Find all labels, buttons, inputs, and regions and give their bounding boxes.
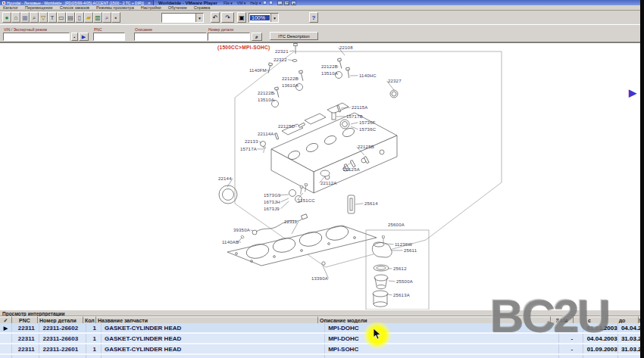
part-label[interactable]: 22125B	[358, 145, 374, 149]
menu-item[interactable]: Настройки	[141, 5, 161, 10]
part-label[interactable]: 15717B	[346, 114, 363, 119]
undo-button[interactable]: ↶	[211, 12, 220, 23]
column-header[interactable]: ✓	[0, 316, 12, 323]
row-selector[interactable]	[0, 334, 12, 343]
menu-item[interactable]: Перемещение	[25, 5, 53, 10]
chevron-down-icon[interactable]: ▼	[195, 14, 203, 22]
GASKET-CYLINDER HEAD[interactable]: 22311 22311-22601 1 GASKET-CYLINDER HEAD…	[0, 355, 644, 358]
part-label[interactable]: 1673J9	[264, 207, 280, 211]
part-label[interactable]: 13610A	[282, 83, 299, 88]
column-header[interactable]: Кол	[83, 316, 96, 323]
description-input[interactable]	[134, 33, 207, 41]
part-label[interactable]: 25614	[364, 201, 378, 206]
qty-cell: 1	[89, 323, 102, 332]
part-label[interactable]: 1673JH	[264, 200, 280, 204]
part-label[interactable]: 22122B	[282, 76, 299, 81]
column-header[interactable]: PNC	[12, 316, 38, 323]
zoom-combobox[interactable]: 100% ▼	[249, 13, 279, 23]
book-button[interactable]: ▥	[93, 12, 102, 23]
column-header[interactable]: Номер детали	[38, 316, 83, 323]
print-button[interactable]: ▤	[66, 12, 75, 23]
part-label[interactable]: 15736F	[359, 120, 376, 125]
part-label[interactable]: 22327	[388, 79, 402, 83]
text-mode-button[interactable]: T	[48, 12, 57, 23]
doc-search-button[interactable]: ⌕	[102, 12, 111, 23]
part-label[interactable]: 13510A	[258, 98, 274, 102]
zoom-search-button[interactable]: ⌕	[30, 12, 39, 23]
vmware-menu-item[interactable]: File ▾	[224, 1, 233, 5]
help-button[interactable]: ?	[309, 12, 318, 23]
part-label[interactable]: 1140HC	[359, 73, 377, 78]
vmware-menu-item[interactable]: VM ▾	[237, 1, 245, 5]
part-label[interactable]: 22125A	[343, 167, 360, 172]
part-label[interactable]: 39350A	[233, 228, 250, 232]
part-label[interactable]: 25613A	[393, 293, 410, 297]
menu-item[interactable]: Режимы просмотра	[96, 5, 134, 10]
red-book-button[interactable]: ▪	[111, 12, 120, 23]
vm-toolbar-icon[interactable]	[263, 1, 267, 5]
menu-item[interactable]: Обучение	[168, 5, 187, 10]
part-label[interactable]: 25600A	[388, 223, 405, 227]
part-label[interactable]: 25612	[393, 266, 407, 271]
part-label[interactable]: 13510A	[321, 71, 338, 76]
part-label[interactable]: 1140FM	[249, 68, 267, 73]
panel-toggle-button[interactable]: ▣	[237, 12, 246, 23]
menu-item[interactable]: Справка	[194, 5, 211, 10]
vm-guest-tab[interactable]: Hyundai - Легковые - Worldwide : [RD(05/…	[0, 0, 154, 5]
part-label[interactable]: 13390A	[311, 276, 328, 281]
vin-go-button[interactable]: ▶	[79, 33, 89, 41]
document-button[interactable]: ▯	[75, 12, 84, 23]
row-selector[interactable]	[0, 355, 12, 358]
menu-item[interactable]: Список заказов	[60, 5, 89, 10]
pnc-cell: 22311	[14, 334, 39, 343]
part-label[interactable]: 22122B	[321, 64, 338, 69]
home-button[interactable]: ⌂	[11, 12, 20, 23]
window-control-button[interactable]: –	[277, 1, 283, 5]
pnc-input[interactable]	[93, 33, 125, 41]
part-label[interactable]: 22125D	[278, 124, 295, 129]
window-control-button[interactable]: ✕	[291, 1, 296, 5]
part-label[interactable]: 15717A	[240, 147, 257, 151]
redo-button[interactable]: ↷	[221, 12, 234, 23]
folder-button[interactable]: ▰	[84, 12, 93, 23]
part-number-input[interactable]	[208, 33, 250, 41]
part-label[interactable]: 25500A	[396, 279, 413, 284]
next-page-arrow[interactable]: ▶	[629, 87, 636, 98]
part-label[interactable]: 22322	[274, 58, 287, 62]
image-button[interactable]: ▦	[20, 12, 30, 23]
part-label[interactable]: 1140AB	[222, 240, 239, 244]
part-label[interactable]: 22114A	[258, 132, 274, 136]
vm-toolbar-icon[interactable]	[269, 1, 273, 5]
part-label[interactable]: 22108	[339, 45, 353, 50]
part-label[interactable]: 22321	[275, 49, 289, 54]
screen-mode-button[interactable]: ▭	[57, 12, 66, 23]
part-label[interactable]: 22311	[284, 219, 298, 224]
row-selector[interactable]: ▶	[0, 323, 12, 332]
vmware-menu-item[interactable]: Help ▾	[250, 1, 261, 5]
vin-spin-button[interactable]: ▪	[71, 33, 78, 41]
column-header[interactable]: до	[606, 316, 639, 323]
part-label[interactable]: 1573G9	[264, 193, 281, 198]
window-control-button[interactable]: ❐	[284, 1, 289, 5]
back-button[interactable]: ●	[2, 12, 11, 23]
part-label[interactable]: 22144	[218, 176, 232, 181]
vin-input[interactable]	[3, 33, 70, 41]
part-label[interactable]: 22122B	[258, 91, 274, 95]
part-label[interactable]: 22112A	[320, 181, 336, 185]
vm-tab-close-icon[interactable]: ✕	[148, 1, 151, 5]
filter-button[interactable]: ▽	[39, 12, 48, 23]
GASKET-CYLINDER HEAD[interactable]: 22311 22311-22601 1 GASKET-CYLINDER HEAD…	[0, 344, 644, 355]
part-label[interactable]: 22115A	[352, 105, 367, 110]
itc-description-button[interactable]: ITC Description	[270, 32, 318, 40]
binoculars-icon[interactable]: ⌕	[252, 33, 262, 41]
part-label[interactable]: 15736C	[359, 127, 377, 132]
part-label[interactable]: 11236W	[395, 242, 412, 247]
column-header[interactable]: Название запчасти	[96, 316, 318, 323]
part-label[interactable]: 25611	[404, 248, 417, 253]
history-combobox[interactable]: ▼	[161, 13, 204, 23]
part-label[interactable]: 22133	[245, 139, 258, 144]
chevron-down-icon[interactable]: ▼	[270, 14, 278, 22]
menu-item[interactable]: Каталог	[3, 5, 18, 10]
row-selector[interactable]	[0, 344, 12, 353]
part-label[interactable]: 1151CC	[298, 198, 315, 203]
